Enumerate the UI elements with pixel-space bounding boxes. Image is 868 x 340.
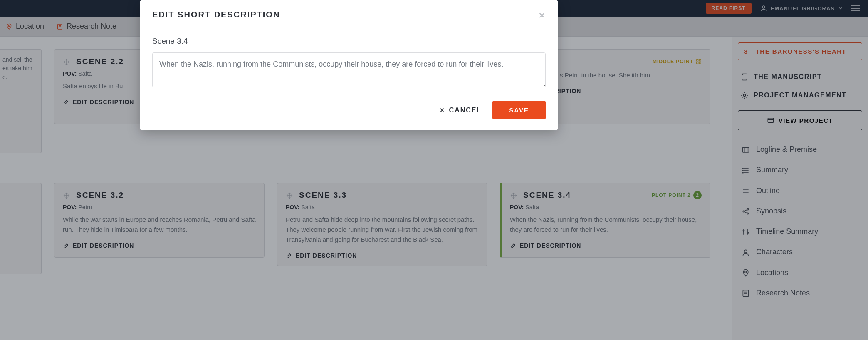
edit-description-modal: EDIT SHORT DESCRIPTION Scene 3.4 CANCEL … <box>140 0 558 130</box>
modal-close-button[interactable] <box>538 10 546 20</box>
close-icon <box>538 12 546 19</box>
cancel-button[interactable]: CANCEL <box>439 107 482 114</box>
save-button[interactable]: SAVE <box>492 101 546 119</box>
cancel-label: CANCEL <box>449 107 482 114</box>
close-icon <box>439 107 445 113</box>
modal-scene-label: Scene 3.4 <box>152 37 546 46</box>
description-textarea[interactable] <box>152 52 546 87</box>
modal-title: EDIT SHORT DESCRIPTION <box>152 10 280 20</box>
